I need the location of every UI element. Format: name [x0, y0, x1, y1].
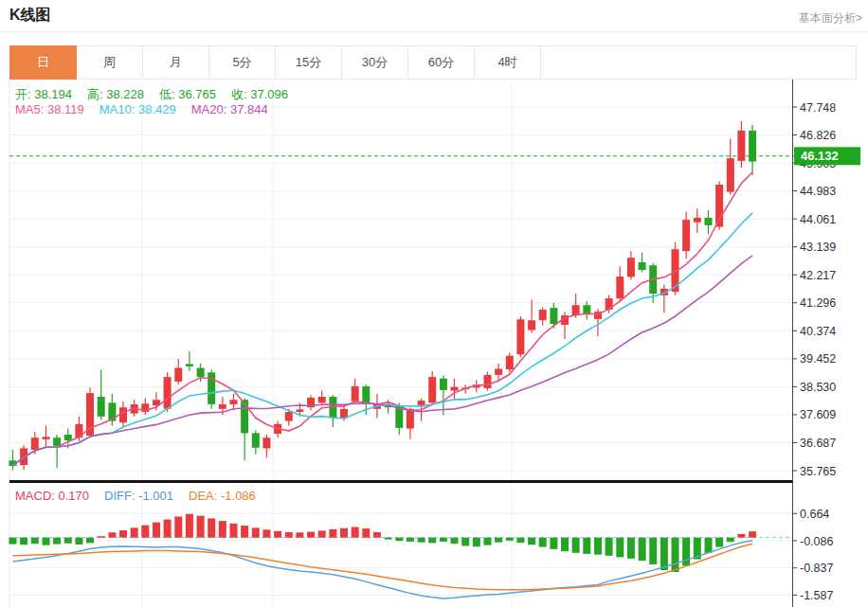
macd-axis-label: 0.664	[800, 508, 829, 521]
price-tag: 46.132	[794, 147, 860, 165]
y-axis-label: 44.983	[800, 185, 836, 198]
y-axis-label: 37.609	[800, 408, 836, 421]
macd-axis-label: -0.086	[800, 535, 833, 548]
ma20-line	[13, 256, 753, 466]
y-axis-label: 43.139	[800, 241, 836, 254]
macd-axis-label: -1.587	[800, 589, 833, 602]
svg-text:46.132: 46.132	[801, 149, 839, 163]
y-axis-label: 44.061	[800, 213, 836, 226]
y-axis-label: 47.748	[800, 101, 836, 115]
y-axis-label: 38.530	[800, 381, 836, 394]
y-axis-label: 40.374	[800, 325, 836, 338]
macd-axis-label: -0.837	[800, 562, 833, 575]
y-axis-label: 36.687	[800, 437, 836, 450]
y-axis-label: 39.452	[800, 352, 836, 366]
y-axis-label: 35.765	[800, 465, 836, 478]
macd-histogram	[9, 514, 757, 572]
grid-layer	[9, 80, 792, 607]
kline-chart-canvas[interactable]: 47.74846.82645.90544.98344.06143.13942.2…	[0, 0, 868, 607]
y-axis-label: 41.296	[800, 296, 836, 310]
kline-page: K线图 基本面分析> 日周月5分15分30分60分4时 开: 38.194高: …	[0, 0, 868, 607]
y-axis-label: 46.826	[800, 129, 836, 142]
y-axis-label: 42.217	[800, 269, 836, 282]
candles-layer	[9, 121, 757, 471]
ma10-line	[13, 213, 753, 466]
